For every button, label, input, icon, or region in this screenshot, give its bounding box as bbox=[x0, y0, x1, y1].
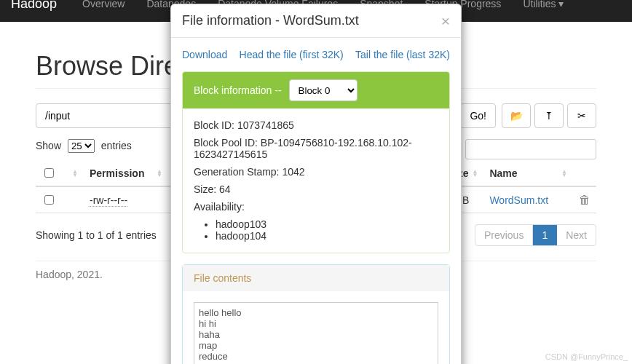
file-contents-panel: File contents bbox=[182, 264, 450, 280]
head-link[interactable]: Head the file (first 32K) bbox=[240, 49, 344, 60]
close-icon[interactable]: × bbox=[441, 13, 450, 28]
tail-link[interactable]: Tail the file (last 32K) bbox=[355, 49, 450, 60]
availability-item: hadoop104 bbox=[216, 230, 438, 242]
block-select[interactable]: Block 0 bbox=[289, 79, 358, 101]
modal-title: File information - WordSum.txt bbox=[182, 13, 359, 28]
block-id-value: 1073741865 bbox=[237, 119, 294, 131]
block-info-title: Block information -- bbox=[194, 84, 282, 96]
file-contents-title: File contents bbox=[194, 272, 251, 280]
availability-label: Availability: bbox=[194, 201, 245, 213]
gen-stamp-label: Generation Stamp: bbox=[194, 166, 280, 178]
pool-id-label: Block Pool ID: bbox=[194, 137, 258, 149]
block-size-label: Size: bbox=[194, 183, 216, 195]
file-info-modal: File information - WordSum.txt × Downloa… bbox=[170, 4, 462, 280]
gen-stamp-value: 1042 bbox=[282, 166, 304, 178]
download-link[interactable]: Download bbox=[182, 49, 227, 60]
block-size-value: 64 bbox=[219, 183, 231, 195]
modal-backdrop: File information - WordSum.txt × Downloa… bbox=[0, 0, 632, 280]
availability-item: hadoop103 bbox=[216, 218, 438, 230]
block-id-label: Block ID: bbox=[194, 119, 234, 131]
block-info-panel: Block information -- Block 0 Block ID: 1… bbox=[182, 71, 450, 253]
